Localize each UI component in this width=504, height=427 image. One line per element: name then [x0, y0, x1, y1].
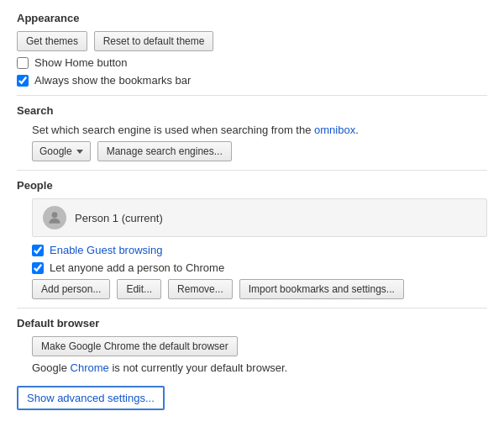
always-show-bookmarks-checkbox[interactable]: [17, 75, 29, 87]
appearance-section: Appearance Get themes Reset to default t…: [17, 12, 487, 87]
show-home-button-row: Show Home button: [17, 56, 487, 69]
search-content: Set which search engine is used when sea…: [17, 124, 487, 161]
omnibox-link[interactable]: omnibox: [314, 124, 355, 136]
show-advanced-container: Show advanced settings...: [17, 374, 487, 410]
not-default-before: Google: [32, 361, 71, 374]
search-desc-before: Set which search engine is used when sea…: [32, 124, 314, 136]
enable-guest-row: Enable Guest browsing: [32, 244, 487, 256]
not-default-after: is not currently your default browser.: [109, 361, 287, 374]
chevron-down-icon: [76, 150, 83, 154]
remove-person-button[interactable]: Remove...: [168, 279, 233, 299]
enable-guest-label: Enable Guest browsing: [50, 244, 162, 256]
svg-point-0: [52, 212, 58, 218]
default-browser-title: Default browser: [17, 317, 487, 329]
make-default-button[interactable]: Make Google Chrome the default browser: [32, 336, 238, 356]
person-box[interactable]: Person 1 (current): [32, 198, 487, 237]
let-anyone-label: Let anyone add a person to Chrome: [50, 261, 224, 274]
search-engine-label: Google: [39, 145, 72, 157]
default-browser-desc: Google Chrome is not currently your defa…: [32, 361, 487, 374]
divider-2: [17, 170, 487, 171]
default-browser-content: Make Google Chrome the default browser G…: [17, 336, 487, 374]
search-title: Search: [17, 104, 487, 117]
add-person-button[interactable]: Add person...: [32, 279, 110, 299]
people-content: Person 1 (current) Enable Guest browsing…: [17, 198, 487, 299]
edit-person-button[interactable]: Edit...: [117, 279, 161, 299]
always-show-bookmarks-label: Always show the bookmarks bar: [34, 74, 191, 87]
show-home-button-label: Show Home button: [34, 56, 128, 69]
people-title: People: [17, 179, 487, 192]
show-advanced-settings-button[interactable]: Show advanced settings...: [17, 386, 165, 410]
avatar: [43, 206, 66, 229]
divider-1: [17, 95, 487, 96]
person-icon: [46, 209, 63, 226]
people-section: People Person 1 (current) Enable Guest b…: [17, 179, 487, 299]
search-section: Search Set which search engine is used w…: [17, 104, 487, 161]
default-browser-section: Default browser Make Google Chrome the d…: [17, 317, 487, 374]
person-name: Person 1 (current): [75, 212, 163, 224]
search-description: Set which search engine is used when sea…: [32, 124, 487, 136]
person-action-buttons: Add person... Edit... Remove... Import b…: [32, 279, 487, 299]
let-anyone-row: Let anyone add a person to Chrome: [32, 261, 487, 274]
manage-search-engines-button[interactable]: Manage search engines...: [97, 141, 232, 161]
enable-guest-checkbox[interactable]: [32, 245, 44, 256]
import-bookmarks-button[interactable]: Import bookmarks and settings...: [239, 279, 404, 299]
reset-theme-button[interactable]: Reset to default theme: [94, 31, 214, 51]
appearance-buttons: Get themes Reset to default theme: [17, 31, 487, 51]
show-home-button-checkbox[interactable]: [17, 57, 29, 69]
search-desc-after: .: [355, 124, 359, 136]
let-anyone-checkbox[interactable]: [32, 262, 44, 274]
search-engine-row: Google Manage search engines...: [32, 141, 487, 161]
appearance-title: Appearance: [17, 12, 487, 24]
get-themes-button[interactable]: Get themes: [17, 31, 87, 51]
always-show-bookmarks-row: Always show the bookmarks bar: [17, 74, 487, 87]
enable-guest-link[interactable]: Enable Guest browsing: [50, 244, 162, 256]
chrome-link[interactable]: Chrome: [71, 361, 109, 374]
divider-3: [17, 308, 487, 308]
search-engine-dropdown[interactable]: Google: [32, 141, 91, 161]
